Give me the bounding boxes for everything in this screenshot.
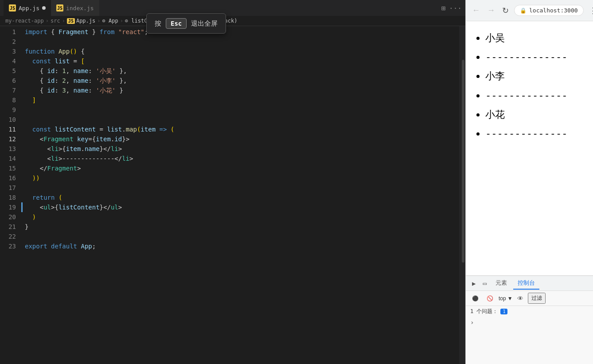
esc-key[interactable]: Esc bbox=[166, 18, 187, 29]
list-item-5: 小花 bbox=[485, 107, 582, 122]
list-item-6: -------------- bbox=[485, 126, 582, 141]
code-line-22 bbox=[25, 232, 459, 241]
devtools-panel: ▶ ▭ 元素 控制台 ⚫ 🚫 top ▼ 👁 过滤 1 个问题： 1 bbox=[466, 275, 593, 364]
top-dropdown[interactable]: top ▼ bbox=[499, 295, 513, 302]
breadcrumb-appjs[interactable]: JSApp.js bbox=[67, 18, 95, 24]
line-num-11: 11 bbox=[0, 124, 21, 134]
code-line-7: { id: 3, name: '小花' } bbox=[25, 85, 459, 95]
code-line-8: ] bbox=[25, 95, 459, 105]
js-icon-2: JS bbox=[56, 4, 63, 12]
line-num-12: 12 bbox=[0, 134, 21, 144]
line-num-5: 5 bbox=[0, 66, 21, 76]
tab-bar: JS App.js JS index.js ⊞ ··· bbox=[0, 0, 465, 16]
line-num-3: 3 bbox=[0, 46, 21, 56]
scroll-thumb[interactable] bbox=[462, 60, 464, 263]
line-num-17: 17 bbox=[0, 183, 21, 193]
tab-actions: ⊞ ··· bbox=[441, 4, 462, 12]
line-num-10: 10 bbox=[0, 115, 21, 124]
line-num-2: 2 bbox=[0, 37, 21, 46]
line-num-19: 19 bbox=[0, 202, 21, 212]
devtools-tab-elements[interactable]: 元素 bbox=[491, 277, 511, 290]
clear-console-button[interactable]: ⚫ bbox=[469, 294, 481, 302]
split-editor-icon[interactable]: ⊞ bbox=[441, 4, 445, 12]
browser-list: 小吴 -------------- 小李 -------------- 小花 -… bbox=[476, 30, 582, 141]
tooltip-prefix: 按 bbox=[155, 19, 161, 28]
js-icon: JS bbox=[9, 4, 16, 12]
editor-scrollbar[interactable] bbox=[459, 26, 465, 364]
list-item-1: 小吴 bbox=[485, 30, 582, 46]
reload-button[interactable]: ↻ bbox=[500, 4, 511, 17]
code-line-13: <li>{item.name}</li> bbox=[25, 144, 459, 154]
device-icon[interactable]: ▭ bbox=[480, 278, 489, 289]
code-line-10 bbox=[25, 115, 459, 124]
more-actions-icon[interactable]: ··· bbox=[449, 4, 462, 12]
code-line-21: } bbox=[25, 222, 459, 232]
code-line-1: import { Fragment } from "react"; bbox=[25, 27, 459, 37]
code-line-12: 💡 <Fragment key={item.id}> bbox=[25, 134, 459, 144]
code-line-20: ) bbox=[25, 212, 459, 222]
code-line-6: { id: 2, name: '小李' }, bbox=[25, 76, 459, 85]
code-line-19: <ul>{listContent}</ul> bbox=[25, 202, 459, 212]
stop-log-button[interactable]: 🚫 bbox=[484, 294, 496, 302]
top-label: top bbox=[499, 295, 506, 302]
code-line-15: </Fragment> bbox=[25, 163, 459, 173]
code-line-14: <li>--------------</li> bbox=[25, 154, 459, 163]
modified-dot bbox=[42, 6, 46, 10]
devtools-tab-console[interactable]: 控制台 bbox=[513, 277, 539, 290]
line-num-6: 6 bbox=[0, 76, 21, 85]
line-num-14: 14 bbox=[0, 154, 21, 163]
forward-button[interactable]: → bbox=[485, 4, 497, 17]
back-button[interactable]: ← bbox=[470, 4, 482, 17]
browser-panel: ← → ↻ 🔒 localhost:3000 ⋮ 小吴 ------------… bbox=[465, 0, 593, 364]
line-num-23: 23 bbox=[0, 241, 21, 251]
code-line-5: { id: 1, name: '小吴' }, bbox=[25, 66, 459, 76]
code-line-4: const list = [ bbox=[25, 56, 459, 66]
devtools-status: 1 个问题： 1 bbox=[466, 306, 593, 317]
tab-app-js[interactable]: JS App.js bbox=[4, 0, 51, 16]
lightbulb-icon[interactable]: 💡 bbox=[21, 134, 22, 144]
devtools-tabs: ▶ ▭ 元素 控制台 bbox=[466, 276, 593, 291]
list-item-2: -------------- bbox=[485, 49, 582, 65]
breadcrumb-app[interactable]: ⊙ App bbox=[102, 18, 118, 24]
code-line-11: const listContent = list.map(item => ( bbox=[25, 124, 459, 134]
line-num-4: 4 bbox=[0, 56, 21, 66]
code-line-2 bbox=[25, 37, 459, 46]
url-text: localhost:3000 bbox=[529, 7, 578, 14]
line-num-9: 9 bbox=[0, 105, 21, 115]
line-num-22: 22 bbox=[0, 232, 21, 241]
expand-arrow[interactable]: › bbox=[466, 317, 593, 328]
breadcrumb: my-react-app › src › JSApp.js › ⊙ App › … bbox=[0, 16, 465, 26]
tab-index-js[interactable]: JS index.js bbox=[51, 0, 99, 16]
eye-icon[interactable]: 👁 bbox=[515, 294, 525, 303]
code-line-18: return ( bbox=[25, 193, 459, 202]
issues-label: 1 个问题： bbox=[470, 308, 498, 315]
filter-button[interactable]: 过滤 bbox=[528, 293, 546, 304]
line-num-15: 15 bbox=[0, 163, 21, 173]
list-item-4: -------------- bbox=[485, 88, 582, 103]
list-item-3: 小李 bbox=[485, 68, 582, 84]
code-line-3: function App() { bbox=[25, 46, 459, 56]
browser-toolbar: ← → ↻ 🔒 localhost:3000 ⋮ bbox=[466, 0, 593, 21]
editor-panel: JS App.js JS index.js ⊞ ··· my-react-app… bbox=[0, 0, 465, 364]
devtools-toolbar: ⚫ 🚫 top ▼ 👁 过滤 bbox=[466, 291, 593, 306]
fullscreen-exit-tooltip: 按 Esc 退出全屏 bbox=[146, 13, 226, 34]
code-content[interactable]: import { Fragment } from "react"; functi… bbox=[21, 26, 459, 364]
line-num-20: 20 bbox=[0, 212, 21, 222]
lock-icon: 🔒 bbox=[520, 8, 527, 14]
address-bar[interactable]: 🔒 localhost:3000 bbox=[514, 5, 584, 16]
line-num-21: 21 bbox=[0, 222, 21, 232]
line-num-8: 8 bbox=[0, 95, 21, 105]
line-num-1: 1 bbox=[0, 27, 21, 37]
line-num-18: 18 bbox=[0, 193, 21, 202]
breadcrumb-root[interactable]: my-react-app bbox=[5, 18, 44, 24]
code-area: 1 2 3 4 5 6 7 8 9 10 11 12 13 14 15 16 1… bbox=[0, 26, 465, 364]
cursor-icon[interactable]: ▶ bbox=[469, 278, 478, 289]
line-numbers: 1 2 3 4 5 6 7 8 9 10 11 12 13 14 15 16 1… bbox=[0, 26, 21, 364]
breadcrumb-src[interactable]: src bbox=[51, 18, 60, 24]
more-options-button[interactable]: ⋮ bbox=[587, 4, 593, 17]
code-line-16: )) bbox=[25, 173, 459, 183]
code-line-23: export default App; bbox=[25, 241, 459, 251]
code-line-17 bbox=[25, 183, 459, 193]
active-line-bar bbox=[21, 202, 23, 212]
chevron-down-icon: ▼ bbox=[507, 295, 513, 302]
